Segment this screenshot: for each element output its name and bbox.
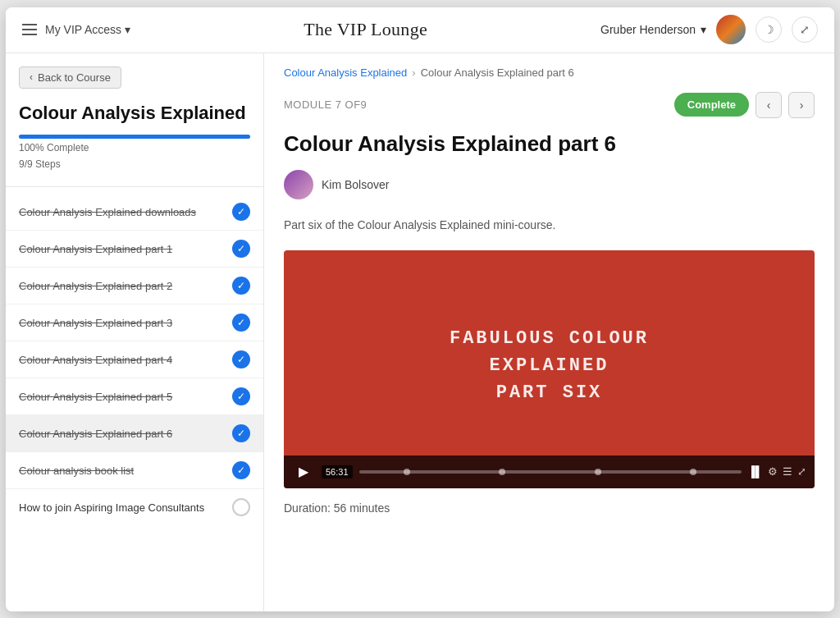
duration-label: Duration: 56 minutes [284,501,815,515]
progress-dot [595,469,601,475]
video-overlay: FABULOUS COLOUR EXPLAINED PART SIX [417,324,682,405]
lesson-label: Colour Analysis Explained part 4 [19,354,232,366]
check-icon: ✓ [232,424,250,442]
content-area: Colour Analysis Explained › Colour Analy… [264,53,834,611]
next-arrow-icon: › [800,98,804,112]
list-item[interactable]: Colour Analysis Explained part 5 ✓ [6,378,263,415]
breadcrumb: Colour Analysis Explained › Colour Analy… [264,53,834,85]
sidebar: ‹ Back to Course Colour Analysis Explain… [6,53,264,611]
author-avatar [284,170,313,199]
breadcrumb-separator: › [412,66,415,79]
topbar-right: Gruber Henderson ▾ ☽ ⤢ [600,15,818,44]
progress-bar-container [19,135,250,139]
list-item[interactable]: Colour Analysis Explained part 2 ✓ [6,268,263,304]
lesson-label: Colour Analysis Explained downloads [19,206,232,218]
avatar[interactable] [716,15,746,44]
lesson-label: Colour Analysis Explained part 3 [19,317,232,329]
back-arrow-icon: ‹ [30,71,33,83]
fullscreen-video-icon[interactable]: ⤢ [797,465,806,478]
sidebar-divider [6,186,263,187]
list-item[interactable]: Colour Analysis Explained part 4 ✓ [6,341,263,378]
next-nav-button[interactable]: › [788,92,815,118]
check-icon: ✓ [232,461,250,479]
course-title: Colour Analysis Explained [6,102,263,126]
user-name-label: Gruber Henderson [600,23,696,36]
module-header: MODULE 7 OF9 Complete ‹ › [264,85,834,131]
dark-mode-button[interactable]: ☽ [756,16,782,43]
lesson-label: Colour Analysis Explained part 2 [19,280,232,292]
topbar: My VIP Access ▾ The VIP Lounge Gruber He… [6,7,834,53]
video-player[interactable]: FABULOUS COLOUR EXPLAINED PART SIX ▶ 56:… [284,250,815,488]
breadcrumb-current: Colour Analysis Explained part 6 [421,66,574,79]
main-layout: ‹ Back to Course Colour Analysis Explain… [6,53,834,611]
site-title: The VIP Lounge [304,19,427,40]
app-window: My VIP Access ▾ The VIP Lounge Gruber He… [6,7,834,611]
video-overlay-line2: PART SIX [417,378,682,405]
progress-label: 100% Complete [6,142,263,153]
lesson-label: Colour Analysis Explained part 5 [19,391,232,403]
hamburger-icon[interactable] [22,24,37,35]
breadcrumb-parent-link[interactable]: Colour Analysis Explained [284,66,407,79]
my-vip-access-link[interactable]: My VIP Access ▾ [45,23,130,36]
progress-dot [690,469,696,475]
check-icon: ✓ [232,277,250,295]
user-menu[interactable]: Gruber Henderson ▾ [600,23,706,36]
list-item[interactable]: Colour Analysis Explained part 1 ✓ [6,231,263,268]
moon-icon: ☽ [764,23,774,36]
list-item[interactable]: Colour Analysis Explained part 6 ✓ [6,415,263,452]
check-icon: ✓ [232,240,250,258]
lesson-list: Colour Analysis Explained downloads ✓ Co… [6,194,263,525]
topbar-left: My VIP Access ▾ [22,23,130,36]
check-icon: ✓ [232,387,250,405]
list-item[interactable]: Colour Analysis Explained downloads ✓ [6,194,263,231]
module-label: MODULE 7 OF9 [284,98,367,111]
lesson-title: Colour Analysis Explained part 6 [284,131,815,157]
lesson-description: Part six of the Colour Analysis Explaine… [284,216,815,234]
lesson-label: Colour analysis book list [19,465,232,477]
play-button[interactable]: ▶ [292,460,315,483]
back-to-course-button[interactable]: ‹ Back to Course [19,66,121,89]
video-overlay-line1: FABULOUS COLOUR EXPLAINED [417,324,682,378]
check-icon: ✓ [232,203,250,221]
video-time-badge: 56:31 [322,465,353,478]
module-controls: Complete ‹ › [674,92,815,118]
volume-icon[interactable]: ▐▌ [748,465,763,478]
lesson-label: Colour Analysis Explained part 1 [19,243,232,255]
progress-dot [404,469,410,475]
menu-chevron-icon: ▾ [125,23,130,36]
empty-check-icon [232,498,250,516]
prev-arrow-icon: ‹ [767,98,771,112]
author-row: Kim Bolsover [284,170,815,199]
video-controls: ▶ 56:31 ▐▌ [284,455,815,488]
check-icon: ✓ [232,314,250,332]
steps-label: 9/9 Steps [6,158,263,170]
fullscreen-icon: ⤢ [800,23,810,36]
list-item[interactable]: How to join Aspiring Image Consultants [6,489,263,525]
complete-button[interactable]: Complete [674,93,749,117]
progress-dot [499,469,505,475]
author-name: Kim Bolsover [322,178,389,191]
play-icon: ▶ [299,464,308,479]
check-icon: ✓ [232,350,250,369]
list-item[interactable]: Colour analysis book list ✓ [6,452,263,489]
fullscreen-button[interactable]: ⤢ [792,16,818,43]
user-chevron-icon: ▾ [701,23,706,36]
video-progress-track[interactable] [359,470,742,474]
lesson-label: How to join Aspiring Image Consultants [19,501,232,514]
content-body: Colour Analysis Explained part 6 Kim Bol… [264,131,834,534]
settings-icon[interactable]: ⚙ [768,465,778,478]
list-icon[interactable]: ☰ [783,465,792,478]
progress-bar-fill [19,135,250,139]
prev-nav-button[interactable]: ‹ [756,92,782,118]
lesson-label: Colour Analysis Explained part 6 [19,428,232,440]
list-item[interactable]: Colour Analysis Explained part 3 ✓ [6,304,263,341]
video-settings-icons: ▐▌ ⚙ ☰ ⤢ [748,465,806,478]
